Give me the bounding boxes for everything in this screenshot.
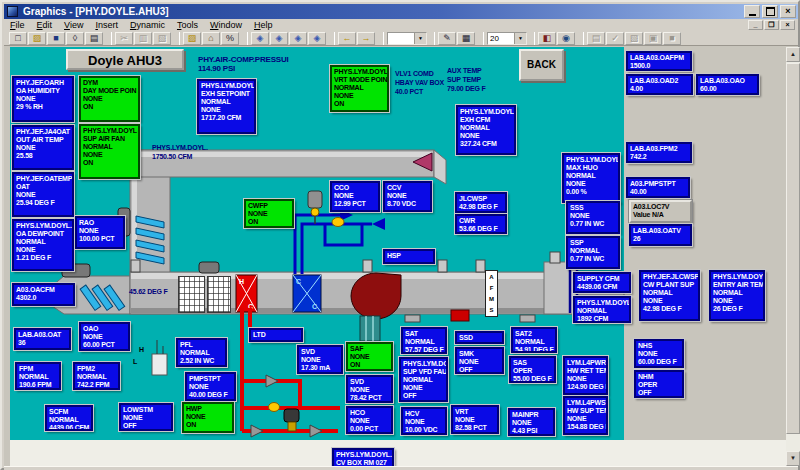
hmi-box-vrt[interactable]: VRTNONE82.58 PCT bbox=[451, 405, 499, 434]
hmi-box-sat[interactable]: SATNORMAL57.57 DEG F bbox=[401, 327, 447, 354]
hmi-box-supply-cfm2[interactable]: PHYS.LYM.DOYL.NORMAL1892 CFM bbox=[573, 296, 631, 323]
scale-button[interactable]: % bbox=[221, 32, 239, 45]
menu-insert[interactable]: Insert bbox=[89, 19, 124, 31]
hmi-box-nhm[interactable]: NHMOPEROFF bbox=[634, 370, 684, 398]
hmi-box-lab-oad2[interactable]: LAB.A03.OAD24.00 bbox=[626, 74, 693, 95]
hmi-box-smk[interactable]: SMKNONEOFF bbox=[455, 347, 504, 374]
dynamic-tool-1-button[interactable]: ◈ bbox=[251, 32, 269, 45]
hmi-box-ssp[interactable]: SSPNORMAL0.77 IN WC bbox=[566, 236, 620, 269]
minimize-button[interactable] bbox=[744, 5, 760, 18]
mdi-restore-button[interactable]: ❐ bbox=[764, 20, 779, 30]
mdi-minimize-button[interactable]: _ bbox=[748, 20, 763, 30]
find-button[interactable]: ◉ bbox=[557, 32, 575, 45]
hmi-box-saf[interactable]: SAFNONEON bbox=[346, 342, 393, 371]
hmi-box-mainpr[interactable]: MAINPRNONE4.43 PSI bbox=[508, 408, 555, 436]
hmi-box-svd-pct[interactable]: SVDNONE78.42 PCT bbox=[346, 375, 393, 403]
back-nav-button[interactable]: ← bbox=[338, 32, 356, 45]
hmi-box-lab-oatv[interactable]: LAB.A03.OATV26 bbox=[629, 224, 692, 246]
dynamic-tool-2-button[interactable]: ◈ bbox=[270, 32, 288, 45]
hmi-box-cco[interactable]: CCONONE12.99 PCT bbox=[330, 181, 380, 212]
graphic-select-combo-dropdown-icon[interactable]: ▼ bbox=[414, 33, 426, 44]
hmi-box-hwp[interactable]: HWPNONEON bbox=[182, 402, 234, 433]
hmi-box-vrt-mode[interactable]: PHYS.LYM.DOYL.VRT MODE POINTNORMALNONEON bbox=[330, 65, 389, 112]
print-button[interactable]: ▤ bbox=[85, 32, 103, 45]
pen-button[interactable]: ✎ bbox=[438, 32, 456, 45]
menu-help[interactable]: Help bbox=[248, 19, 279, 31]
dynamic-tool-3-button[interactable]: ◈ bbox=[289, 32, 307, 45]
hmi-box-lab-fpm2[interactable]: LAB.A03.FPM2742.2 bbox=[626, 142, 692, 163]
hmi-box-sss[interactable]: SSSNONE0.77 IN WC bbox=[566, 201, 620, 234]
hmi-box-dym[interactable]: DYMDAY MODE POINNONEON bbox=[79, 76, 140, 122]
hmi-box-exh-cfm[interactable]: PHYS.LYM.DOYL.EXH CFMNORMALNONE327.24 CF… bbox=[456, 105, 516, 155]
zoom-combo-dropdown-icon[interactable]: ▼ bbox=[514, 33, 526, 44]
home-button[interactable]: ⌂ bbox=[202, 32, 220, 45]
hmi-box-rao[interactable]: RAONONE100.00 PCT bbox=[75, 216, 125, 249]
hmi-box-oatemp[interactable]: PHY.JEF.OATEMPOATNONE25.94 DEG F bbox=[12, 172, 74, 217]
hmi-box-nhs[interactable]: NHSNONE60.00 DEG F bbox=[634, 339, 684, 368]
hmi-box-ltd[interactable]: LTD bbox=[249, 328, 303, 342]
restore-button[interactable] bbox=[762, 5, 778, 18]
hmi-box-scfm[interactable]: SCFMNORMAL4439.06 CFM bbox=[45, 405, 93, 431]
hmi-box-hw-sup-temp[interactable]: LYM.L4PWSTHW SUP TEMPNONE154.88 DEG F bbox=[563, 396, 608, 435]
hmi-box-hcv[interactable]: HCVNONE10.00 VDC bbox=[401, 407, 447, 435]
hmi-box-hw-ret-temp[interactable]: LYM.L4PWRTHW RET TEMPNONE124.90 DEG F bbox=[563, 356, 608, 395]
hmi-box-oarh[interactable]: PHY.JEF.OARHOA HUMIDITYNONE29 % RH bbox=[12, 76, 74, 122]
hmi-box-oa-dewpoint[interactable]: PHYS.LYM.DOYL.OA DEWPOINTNORMALNONE1.21 … bbox=[12, 219, 74, 271]
scroll-up-button[interactable]: ▲ bbox=[786, 47, 800, 62]
hmi-box-max-huo[interactable]: PHYS.LYM.DOYL.MAX HUONORMALNONE0.00 % bbox=[562, 153, 620, 203]
hmi-box-lab-oafpm[interactable]: LAB.A03.OAFPM1500.0 bbox=[626, 51, 692, 71]
hmi-box-lab-oat[interactable]: LAB.A03.OAT36 bbox=[14, 328, 71, 350]
key-button[interactable]: ◊ bbox=[66, 32, 84, 45]
menu-view[interactable]: View bbox=[58, 19, 89, 31]
zoom-combo[interactable]: 20▼ bbox=[487, 32, 527, 45]
hmi-box-fpm2[interactable]: FPM2NORMAL742.2 FPM bbox=[73, 362, 120, 390]
hmi-box-entry-air-temp[interactable]: PHYS.LYM.DOYLENTRY AIR TEMPNORMALNONE26 … bbox=[709, 270, 765, 321]
forward-nav-button[interactable]: → bbox=[357, 32, 375, 45]
open-graphic-button[interactable]: ▨ bbox=[183, 32, 201, 45]
hmi-box-lowstm[interactable]: LOWSTMNONEOFF bbox=[119, 403, 173, 431]
hmi-box-ccv[interactable]: CCVNONE8.70 VDC bbox=[383, 181, 432, 212]
hmi-box-exh-setpoint[interactable]: PHYS.LYM.DOYL.EXH SETPOINTNORMALNONE1717… bbox=[197, 79, 256, 134]
graphic-select-combo[interactable]: ▼ bbox=[387, 32, 427, 45]
grid-button[interactable]: ▦ bbox=[457, 32, 475, 45]
hmi-box-oao[interactable]: OAONONE60.00 PCT bbox=[79, 322, 130, 351]
open-button[interactable]: ▨ bbox=[28, 32, 46, 45]
hmi-box-cwfp[interactable]: CWFPNONEON bbox=[244, 199, 294, 228]
dynamic-tool-4-button[interactable]: ◈ bbox=[308, 32, 326, 45]
hmi-box-sat2[interactable]: SAT2NORMAL54.91 DEG F bbox=[511, 327, 557, 353]
hmi-box-hco[interactable]: HCONONE0.00 PCT bbox=[346, 406, 393, 434]
hmi-box-ja4oat[interactable]: PHY.JEF.JA4OATOUT AIR TEMPNONE25.58 bbox=[12, 125, 74, 170]
hmi-box-a03-loc7v[interactable]: A03.LOC7VValue N/A bbox=[629, 200, 692, 223]
hmi-box-a03-pmpstpt[interactable]: A03.PMPSTPT40.00 bbox=[626, 177, 690, 198]
menu-window[interactable]: Window bbox=[204, 19, 248, 31]
hmi-box-svd-ma[interactable]: SVDNONE17.30 mA bbox=[297, 345, 343, 374]
save-button[interactable]: ■ bbox=[47, 32, 65, 45]
hmi-box-lab-oao[interactable]: LAB.A03.OAO60.00 bbox=[696, 74, 759, 95]
close-button[interactable]: × bbox=[780, 5, 796, 18]
vertical-scrollbar[interactable]: ▲ ▼ bbox=[786, 47, 800, 466]
mdi-close-button[interactable]: × bbox=[780, 20, 795, 30]
hmi-box-oacfm[interactable]: A03.OACFM4302.0 bbox=[12, 283, 75, 306]
hmi-box-pfl[interactable]: PFLNORMAL2.52 IN WC bbox=[176, 338, 227, 367]
hmi-box-ssd[interactable]: SSD bbox=[455, 331, 504, 344]
hmi-box-sup-air-fan[interactable]: PHYS.LYM.DOYLSUP AIR FANNORMALNONEON bbox=[79, 124, 140, 179]
hmi-box-jlcwsp[interactable]: JLCWSP42.98 DEG F bbox=[455, 192, 507, 213]
scroll-thumb[interactable] bbox=[786, 63, 800, 434]
hmi-box-sas[interactable]: SASOPER55.00 DEG F bbox=[509, 356, 556, 383]
hmi-box-pmpstpt[interactable]: PMPSTPTNONE40.00 DEG F bbox=[185, 372, 236, 401]
menu-edit[interactable]: Edit bbox=[31, 19, 59, 31]
menu-file[interactable]: File bbox=[4, 19, 31, 31]
scroll-down-button[interactable]: ▼ bbox=[786, 451, 800, 466]
back-button[interactable]: BACK bbox=[519, 49, 564, 81]
new-button[interactable]: □ bbox=[9, 32, 27, 45]
hmi-box-fpm[interactable]: FPMNORMAL190.6 FPM bbox=[15, 362, 61, 390]
minimize-icon bbox=[749, 14, 756, 16]
menu-dynamic[interactable]: Dynamic bbox=[124, 19, 171, 31]
menu-tools[interactable]: Tools bbox=[171, 19, 204, 31]
hmi-box-hsp[interactable]: HSP bbox=[383, 249, 435, 264]
hmi-box-cw-plant-sup[interactable]: PHY.JEF.JLCWSPCW PLANT SUPNORMALNONE42.9… bbox=[639, 270, 700, 321]
capture-button[interactable]: ◧ bbox=[538, 32, 556, 45]
hmi-box-cwr[interactable]: CWR53.66 DEG F bbox=[455, 214, 507, 234]
hmi-box-sup-vfd-fault[interactable]: PHYS.LYM.DOY.SUP VFD FAULTNORMALNONEOFF bbox=[399, 357, 448, 402]
hmi-box-supply-cfm[interactable]: SUPPLY CFM4439.06 CFM bbox=[573, 272, 631, 293]
